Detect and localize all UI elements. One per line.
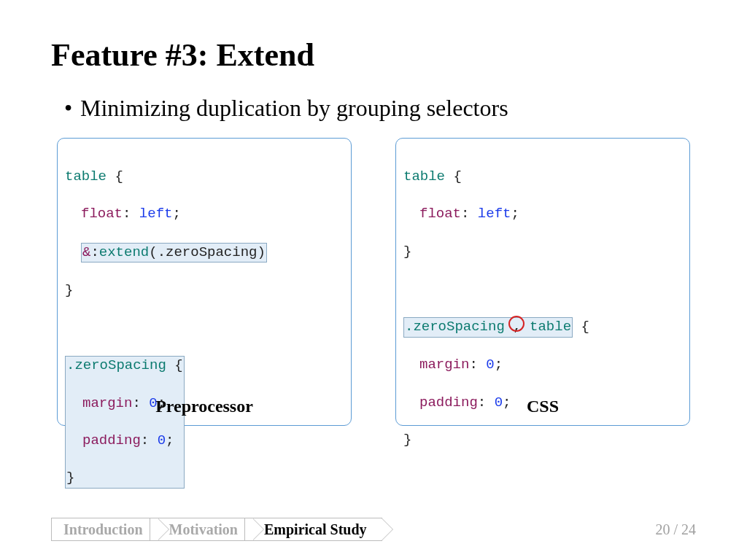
code-token: float xyxy=(419,206,461,222)
code-token: } xyxy=(66,470,74,486)
code-token: extend xyxy=(99,244,149,260)
css-code: table { float: left; } .zeroSpacing , ta… xyxy=(403,149,682,487)
code-token: { xyxy=(107,168,123,184)
code-token: .zeroSpacing xyxy=(405,319,513,335)
bullet-text: Minimizing duplication by grouping selec… xyxy=(64,94,696,122)
code-token: float xyxy=(81,206,123,222)
code-token: left xyxy=(478,206,511,222)
code-token: margin xyxy=(419,357,469,373)
code-token: } xyxy=(403,432,411,448)
footer: Introduction Motivation Empirical Study … xyxy=(51,518,696,541)
code-token: padding xyxy=(82,432,141,448)
code-token: , xyxy=(513,319,521,335)
code-token: } xyxy=(65,282,73,298)
code-token: : xyxy=(141,432,158,448)
comma-circle: , xyxy=(513,318,521,337)
code-token: ) xyxy=(257,244,265,260)
code-token: ; xyxy=(166,432,174,448)
code-token: .zeroSpacing xyxy=(158,244,258,260)
code-token: ( xyxy=(149,244,157,260)
code-token: { xyxy=(166,357,183,373)
css-panel: table { float: left; } .zeroSpacing , ta… xyxy=(395,138,690,426)
code-token: { xyxy=(445,168,462,184)
code-token: { xyxy=(573,319,589,335)
breadcrumb: Introduction Motivation Empirical Study xyxy=(51,518,382,541)
code-token: table xyxy=(403,168,445,184)
zerospacing-highlight: .zeroSpacing { margin: 0; padding: 0; } xyxy=(65,356,185,488)
code-token: : xyxy=(90,244,98,260)
code-token: ; xyxy=(511,206,519,222)
breadcrumb-empirical-study[interactable]: Empirical Study xyxy=(244,518,382,541)
breadcrumb-introduction[interactable]: Introduction xyxy=(51,518,158,541)
page-number: 20 / 24 xyxy=(655,521,696,538)
code-token: : xyxy=(123,206,139,222)
code-token: left xyxy=(139,206,173,222)
grouped-selector-highlight: .zeroSpacing , table xyxy=(403,317,573,338)
extend-highlight: &:extend(.zeroSpacing) xyxy=(81,243,267,263)
code-token: 0 xyxy=(158,432,166,448)
preprocessor-code: table { float: left; &:extend(.zeroSpaci… xyxy=(65,149,344,507)
slide-title: Feature #3: Extend xyxy=(51,36,696,74)
code-token: & xyxy=(82,244,90,260)
code-token: } xyxy=(403,244,411,260)
code-token: 0 xyxy=(486,357,494,373)
code-token: ; xyxy=(495,357,503,373)
code-token: : xyxy=(461,206,478,222)
code-token: .zeroSpacing xyxy=(66,357,166,373)
code-token: ; xyxy=(172,206,180,222)
preprocessor-panel: table { float: left; &:extend(.zeroSpaci… xyxy=(57,138,352,426)
code-panels: table { float: left; &:extend(.zeroSpaci… xyxy=(51,138,696,426)
preprocessor-label: Preprocessor xyxy=(58,397,351,416)
code-token: table xyxy=(522,319,571,335)
code-token: : xyxy=(469,357,486,373)
css-label: CSS xyxy=(396,397,689,416)
code-token: table xyxy=(65,168,107,184)
